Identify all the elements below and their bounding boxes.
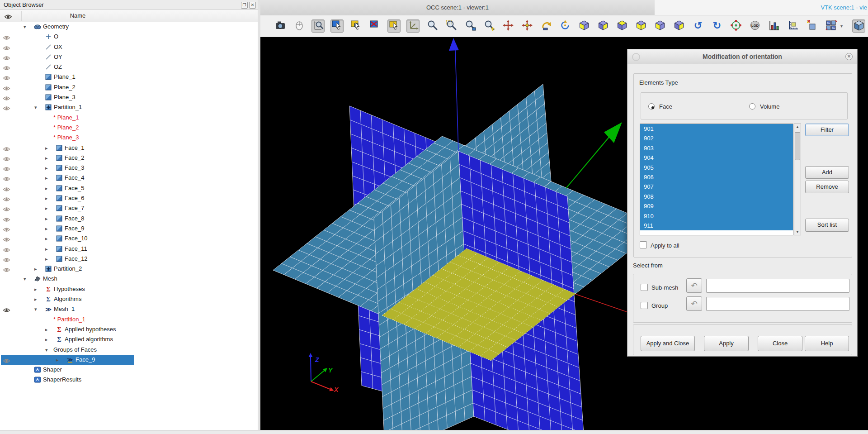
tree-row-o[interactable]: O [0,32,258,42]
tree-row-hypotheses[interactable]: ▸ΣHypotheses [0,284,258,294]
expand-arrow-icon[interactable]: ▸ [45,144,48,152]
visibility-eye-icon[interactable] [3,155,10,163]
visibility-eye-icon[interactable] [3,196,10,204]
tree-row-mesh-1[interactable]: ▾≫Mesh_1 [0,304,258,314]
tree-row-plane-1[interactable]: Plane_1 [0,72,258,82]
expand-arrow-icon[interactable]: ▸ [45,235,48,242]
vtk-viewer-titlebar[interactable]: VTK scene:1 - vie [655,0,868,15]
window-zoom-button[interactable] [444,19,458,33]
select-button[interactable] [330,19,344,33]
visibility-eye-icon[interactable] [3,54,10,62]
name-column-header[interactable]: Name [22,10,134,22]
list-item-909[interactable]: 909 [640,201,793,211]
tree-row-groups-of-faces[interactable]: ▾Groups of Faces [0,345,258,355]
volume-radio-label[interactable]: Volume [760,103,779,110]
expand-arrow-icon[interactable]: ▸ [34,286,37,293]
expand-arrow-icon[interactable]: ▸ [45,336,48,343]
select-off-button[interactable] [368,19,382,33]
dialog-titlebar[interactable]: Modification of orientation [627,49,857,64]
rotation-point-button[interactable] [729,19,742,33]
group-select-button[interactable]: ↶ [686,296,702,311]
view-right-button[interactable] [672,19,685,33]
mouse-mode-button[interactable] [292,19,306,33]
add-button[interactable]: Add [805,166,849,179]
pan-button[interactable] [501,19,514,33]
submesh-checkbox[interactable] [641,284,648,291]
group-input[interactable] [706,297,849,311]
tree-row-face-5[interactable]: ▸Face_5 [0,183,258,193]
visibility-eye-icon[interactable] [3,74,10,82]
reset-view-button[interactable] [539,19,552,33]
trihedron-button[interactable] [406,19,420,33]
tree-row-face-2[interactable]: ▸Face_2 [0,153,258,163]
visibility-eye-icon[interactable] [3,186,10,194]
lod-button[interactable]: LOD [748,19,761,33]
tree-row-face-7[interactable]: ▸Face_7 [0,203,258,213]
tree-row-partition-1[interactable]: ▾Partition_1 [0,102,258,112]
visibility-eye-icon[interactable] [3,44,10,52]
tree-row-face-1[interactable]: ▸Face_1 [0,143,258,153]
tree-row-oy[interactable]: OY [0,52,258,62]
expand-arrow-icon[interactable]: ▸ [45,255,48,262]
view-bottom-button[interactable] [634,19,647,33]
apply-to-all-label[interactable]: Apply to all [651,242,679,249]
filter-button[interactable]: Filter [805,124,849,136]
view-back-button[interactable] [596,19,609,33]
tree-row-plane-2[interactable]: * Plane_2 [0,123,258,133]
dropdown-caret-icon[interactable]: ▾ [840,24,843,29]
objects-properties-button[interactable] [805,19,818,33]
list-item-903[interactable]: 903 [640,143,793,153]
list-item-910[interactable]: 910 [640,211,793,221]
rotate-view-button[interactable] [558,19,571,33]
visibility-eye-icon[interactable] [3,105,10,113]
zoom-button[interactable] [425,19,439,33]
expand-arrow-icon[interactable]: ▸ [56,356,59,363]
list-item-908[interactable]: 908 [640,192,793,201]
dialog-close-icon[interactable]: ✕ [845,53,853,60]
tree-row-plane-3[interactable]: Plane_3 [0,92,258,102]
visibility-eye-icon[interactable] [3,306,10,315]
sort-list-button[interactable]: Sort list [805,219,849,232]
expand-arrow-icon[interactable]: ▸ [45,195,48,202]
visibility-eye-icon[interactable] [3,226,10,234]
tree-row-face-4[interactable]: ▸Face_4 [0,173,258,183]
visibility-eye-icon[interactable] [3,85,10,93]
group-checkbox[interactable] [641,302,648,309]
tree-row-plane-3[interactable]: * Plane_3 [0,133,258,143]
expand-arrow-icon[interactable]: ▸ [34,296,37,303]
fit-all-button[interactable] [482,19,495,33]
zoom-selection-button[interactable] [463,19,476,33]
tree-row-algorithms[interactable]: ▸ΣAlgorithms [0,294,258,304]
list-scrollbar[interactable]: ▲ ▼ [794,124,801,235]
rotate-right-button[interactable]: ↻ [710,19,723,33]
volume-radio[interactable] [749,103,755,110]
view-presets-button[interactable]: 3e3e [824,19,837,33]
expand-arrow-icon[interactable]: ▸ [45,154,48,162]
tree-row-plane-1[interactable]: * Plane_1 [0,113,258,123]
submesh-select-button[interactable]: ↶ [686,278,702,293]
list-item-905[interactable]: 905 [640,163,793,172]
global-pan-button[interactable] [520,19,533,33]
submesh-label[interactable]: Sub-mesh [651,284,678,291]
tree-row-mesh[interactable]: ▾Mesh [0,274,258,284]
visibility-eye-icon[interactable] [3,266,10,274]
tree-row-applied-hypotheses[interactable]: ▸ΣApplied hypotheses [0,324,258,334]
apply-to-all-checkbox[interactable] [640,241,647,248]
visibility-eye-icon[interactable] [3,95,10,103]
collapse-arrow-icon[interactable]: ▾ [34,305,37,313]
expand-arrow-icon[interactable]: ▸ [45,185,48,192]
rect-select-button[interactable] [387,19,401,33]
visibility-eye-icon[interactable] [3,34,10,42]
apply-and-close-button[interactable]: Apply and Close [641,336,695,351]
face-radio-label[interactable]: Face [659,103,672,110]
expand-arrow-icon[interactable]: ▸ [45,205,48,212]
visibility-eye-icon[interactable] [3,175,10,183]
panel-close-button[interactable]: ✕ [249,2,256,9]
visibility-eye-icon[interactable] [3,236,10,244]
expand-arrow-icon[interactable]: ▸ [34,265,37,272]
tree-row-partition-2[interactable]: ▸Partition_2 [0,264,258,274]
view-top-button[interactable] [615,19,628,33]
tree-row-shaper[interactable]: Shaper [0,365,258,375]
tree-row-face-8[interactable]: ▸Face_8 [0,214,258,224]
visibility-eye-icon[interactable] [3,165,10,173]
